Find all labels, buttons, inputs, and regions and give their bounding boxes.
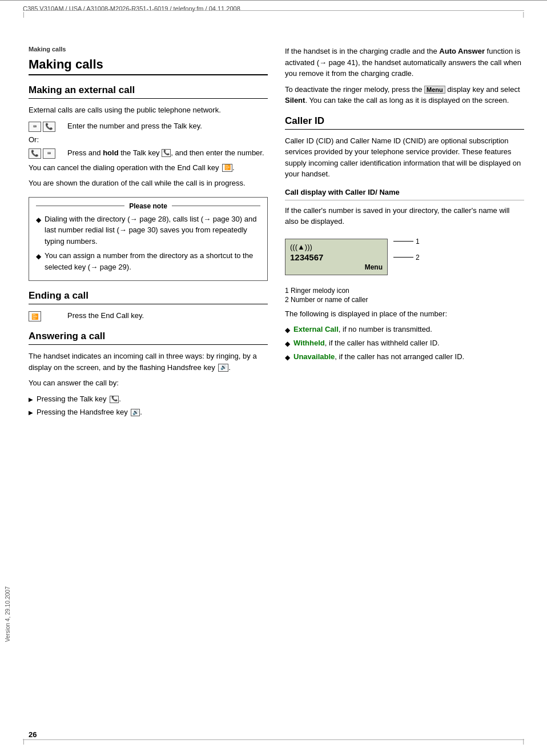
triangle-icon-2: ▶ [29, 408, 33, 417]
indicator-line-2 [393, 257, 413, 258]
bullet-with-text: Withheld, if the caller has withheld cal… [293, 337, 440, 349]
indicator-1: 1 [393, 238, 420, 246]
charging-text: If the handset is in the charging cradle… [285, 46, 524, 79]
display-number: 1234567 [290, 252, 383, 262]
talk-key-bullet-icon: 📞 [110, 396, 119, 403]
ringer-text: To deactivate the ringer melody, press t… [285, 84, 524, 106]
handsfree-bullet-icon: 🔊 [131, 409, 140, 416]
bullet-un: ◆ Unavailable, if the caller has not arr… [285, 351, 524, 363]
diamond-un: ◆ [285, 352, 290, 363]
keypad-icon: ⌨ [29, 122, 41, 132]
you-can-text: You can answer the call by: [29, 377, 268, 389]
phone-display: (((▲))) 1234567 Menu [285, 239, 388, 275]
indicator-2-num: 2 [416, 254, 420, 262]
end-call-key-icon: 📴 [29, 311, 41, 321]
instr-icons-1: ⌨ 📞 [29, 120, 63, 132]
sub3-rule [29, 344, 268, 345]
bullet-with: ◆ Withheld, if the caller has withheld c… [285, 337, 524, 349]
display-menu: Menu [290, 263, 383, 271]
indicator-line-1 [393, 241, 413, 242]
note2-text: You can assign a number from the directo… [45, 250, 260, 272]
diamond-ext: ◆ [285, 325, 290, 335]
ending-icons: 📴 [29, 310, 63, 321]
left-column: Making calls Making calls Making an exte… [29, 46, 268, 420]
hold-bold: hold [103, 148, 118, 157]
columns: Making calls Making calls Making an exte… [0, 17, 547, 443]
sub3-heading: Answering a call [29, 331, 268, 342]
silent-key: Silent [285, 96, 305, 104]
sub2-heading: Ending a call [29, 290, 268, 301]
legend: 1 Ringer melody icon 2 Number or name of… [285, 287, 524, 304]
please-note-box: Please note ◆ Dialing with the directory… [29, 197, 268, 282]
caller-id-body: Caller ID (CID) and Caller Name ID (CNID… [285, 135, 524, 180]
call-display-heading: Call display with Caller ID/ Name [285, 188, 524, 196]
keypad-icon-2: ⌨ [43, 148, 55, 159]
bullet-un-text: Unavailable, if the caller has not arran… [293, 351, 464, 363]
ringer-icon-text: (((▲))) [290, 243, 312, 251]
sub2-rule [29, 304, 268, 304]
sub1-body: External calls are calls using the publi… [29, 104, 268, 116]
caller-id-heading: Caller ID [285, 115, 524, 127]
diamond-icon-1: ◆ [36, 215, 41, 225]
answering-body: The handset indicates an incoming call i… [29, 351, 268, 373]
menu-key: Menu [424, 86, 445, 94]
caller-id-rule [285, 129, 524, 130]
display-row1: (((▲))) [290, 243, 383, 251]
ending-row: 📴 Press the End Call key. [29, 310, 268, 321]
triangle-icon-1: ▶ [29, 395, 33, 404]
main-heading: Making calls [29, 57, 268, 72]
diamond-with: ◆ [285, 339, 290, 349]
unavailable-text: Unavailable [293, 352, 335, 361]
call-display-body: If the caller's number is saved in your … [285, 205, 524, 227]
note-item-2: ◆ You can assign a number from the direc… [36, 250, 260, 272]
talk-key-icon-2: 📞 [29, 148, 41, 159]
talk-key-icon: 📞 [43, 122, 55, 132]
indicators: 1 2 [393, 238, 420, 262]
version-text: Version 4, 29.10.2007 [5, 586, 11, 642]
note-item-1: ◆ Dialing with the directory (→ page 28)… [36, 214, 260, 247]
following-text: The following is displayed in place of t… [285, 308, 524, 320]
bullet1-text: Pressing the Talk key 📞. [37, 393, 121, 405]
right-column: If the handset is in the charging cradle… [285, 46, 524, 420]
handsfree-key-icon: 🔊 [218, 364, 228, 372]
page-number: 26 [29, 730, 37, 739]
header-bar: C385 V310AM / USA / A31008-M2026-R351-1-… [0, 0, 547, 16]
end-call-icon: 📴 [222, 164, 232, 172]
note1-text: Dialing with the directory (→ page 28), … [45, 214, 260, 247]
auto-answer-text: Auto Answer [439, 47, 485, 55]
ending-text: Press the End Call key. [67, 310, 268, 321]
page-container: C385 V310AM / USA / A31008-M2026-R351-1-… [0, 0, 547, 756]
indicator-1-num: 1 [416, 238, 420, 246]
main-heading-rule [29, 74, 268, 75]
instr1-text: Enter the number and press the Talk key. [67, 120, 268, 132]
duration-text: You are shown the duration of the call w… [29, 178, 268, 189]
sub1-heading: Making an external call [29, 85, 268, 96]
cancel-text: You can cancel the dialing operation wit… [29, 162, 268, 174]
talk-key-inline: 📞 [162, 149, 171, 157]
indicator-2: 2 [393, 254, 420, 262]
bullet-ext-text: External Call, if no number is transmitt… [293, 324, 432, 335]
bottom-line [23, 739, 524, 740]
bullet-item-1: ▶ Pressing the Talk key 📞. [29, 393, 268, 405]
sub1-rule [29, 98, 268, 99]
instr-row-2: 📞 ⌨ Press and hold the Talk key 📞, and t… [29, 147, 268, 159]
call-display-rule [285, 200, 524, 200]
legend-item-1: 1 Ringer melody icon [285, 287, 524, 295]
bullet2-text: Pressing the Handsfree key 🔊. [37, 407, 142, 418]
withheld-text: Withheld [293, 339, 325, 347]
instr-icons-2: 📞 ⌨ [29, 147, 63, 159]
section-label: Making calls [29, 46, 268, 53]
external-call-text: External Call [293, 325, 339, 333]
please-note-title: Please note [36, 202, 260, 210]
instr2-text: Press and hold the Talk key 📞, and then … [67, 147, 268, 159]
header-line [23, 10, 524, 11]
diamond-icon-2: ◆ [36, 251, 41, 262]
bullet-item-2: ▶ Pressing the Handsfree key 🔊. [29, 407, 268, 418]
or-text: Or: [29, 135, 268, 144]
corner-mark-tl: | [23, 11, 25, 18]
legend-item-2: 2 Number or name of caller [285, 296, 524, 304]
instr-row-1: ⌨ 📞 Enter the number and press the Talk … [29, 120, 268, 132]
corner-mark-tr: | [522, 11, 524, 18]
display-area: (((▲))) 1234567 Menu 1 2 [285, 233, 524, 281]
bullet-ext: ◆ External Call, if no number is transmi… [285, 324, 524, 335]
